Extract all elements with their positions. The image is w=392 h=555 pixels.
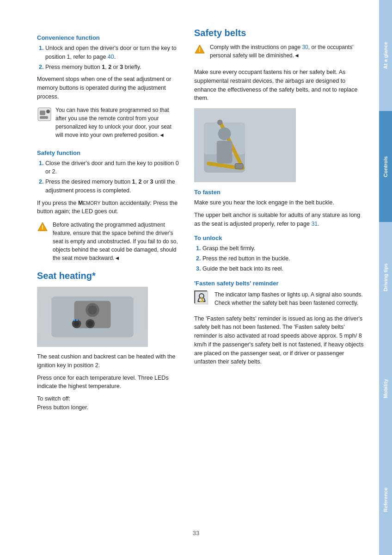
svg-point-26	[217, 120, 223, 125]
convenience-function-steps: Unlock and open the driver's door or tur…	[45, 44, 180, 71]
sidebar-tab-driving-label: Driving tips	[383, 264, 388, 292]
page-number: 33	[193, 530, 199, 536]
belt-reminder-box: The indicator lamp flashes or lights up.…	[194, 290, 365, 311]
switch-off-label: To switch off:Press button longer.	[37, 395, 180, 412]
svg-rect-25	[235, 164, 243, 169]
svg-point-17	[79, 319, 80, 321]
safety-warning-box: ! Before activating the programmed adjus…	[37, 221, 180, 266]
main-content: Convenience function Unlock and open the…	[0, 0, 379, 555]
warning-triangle-icon-2: !	[194, 44, 205, 55]
svg-text:!: !	[42, 224, 43, 231]
safety-function-steps: Close the driver's door and turn the key…	[45, 159, 180, 195]
sidebar-tab-controls[interactable]: Controls	[379, 111, 392, 222]
sidebar-tab-driving[interactable]: Driving tips	[379, 222, 392, 333]
svg-point-14	[87, 321, 93, 327]
seat-heating-image	[37, 287, 148, 347]
safety-belts-body-text: Make sure every occupant fastens his or …	[194, 68, 365, 103]
to-unlock-steps: Grasp the belt firmly. Press the red but…	[202, 244, 365, 273]
svg-point-27	[218, 127, 231, 140]
safety-step-1: Close the driver's door and turn the key…	[45, 159, 180, 177]
safety-belts-heading: Safety belts	[194, 28, 365, 38]
sidebar-tab-reference[interactable]: Reference	[379, 444, 392, 555]
safety-warning-text: Before activating the programmed adjustm…	[53, 221, 180, 262]
seat-heating-text-2: Press once for each temperature level. T…	[37, 374, 180, 391]
ref-link-31[interactable]: 31	[311, 221, 318, 227]
safety-belts-warning-text: Comply with the instructions on page 30,…	[210, 43, 365, 60]
sidebar: At a glance Controls Driving tips Mobili…	[379, 0, 392, 555]
svg-rect-2	[40, 116, 48, 119]
sidebar-tab-controls-label: Controls	[383, 156, 388, 177]
svg-point-10	[88, 305, 97, 314]
seat-note-icon	[37, 107, 52, 122]
movement-stops-text: Movement stops when one of the seat adju…	[37, 75, 180, 101]
convenience-function-heading: Convenience function	[37, 34, 180, 41]
safety-function-heading: Safety function	[37, 149, 180, 156]
sidebar-tab-reference-label: Reference	[383, 487, 388, 512]
convenience-note-box: You can have this feature programmed so …	[37, 106, 180, 143]
warning-triangle-icon: !	[37, 222, 48, 233]
switch-off-text: Press button longer.	[37, 404, 88, 411]
svg-rect-28	[217, 141, 233, 163]
svg-rect-1	[40, 111, 45, 115]
unlock-step-1: Grasp the belt firmly.	[202, 244, 365, 253]
sidebar-tab-at-glance[interactable]: At a glance	[379, 0, 392, 111]
svg-point-16	[76, 319, 78, 321]
svg-text:!: !	[199, 47, 201, 53]
belt-reminder-text: The indicator lamp flashes or lights up.…	[214, 290, 365, 307]
sidebar-tab-mobility-label: Mobility	[383, 379, 388, 398]
ref-link-40[interactable]: 40	[108, 54, 114, 60]
svg-point-13	[74, 321, 80, 327]
safety-step-2: Press the desired memory button 1, 2 or …	[45, 178, 180, 195]
belt-reminder-icon	[194, 290, 207, 303]
unlock-step-2: Press the red button in the buckle.	[202, 254, 365, 263]
convenience-step-1: Unlock and open the driver's door or tur…	[45, 44, 180, 62]
svg-point-3	[46, 110, 50, 113]
seatbelt-image	[194, 108, 296, 182]
safety-belts-warning-box: ! Comply with the instructions on page 3…	[194, 43, 365, 63]
convenience-step-2: Press memory button 1, 2 or 3 briefly.	[45, 63, 180, 72]
to-fasten-text-2: The upper belt anchor is suitable for ad…	[194, 211, 365, 228]
convenience-note-text: You can have this feature programmed so …	[55, 106, 180, 139]
fasten-reminder-heading: 'Fasten safety belts' reminder	[194, 280, 365, 287]
svg-point-15	[74, 319, 75, 321]
to-fasten-text-1: Make sure you hear the lock engage in th…	[194, 198, 365, 207]
to-fasten-heading: To fasten	[194, 189, 365, 196]
right-column: Safety belts ! Comply with the instructi…	[194, 28, 365, 527]
accidental-press-text: If you press the MEMORY button accidenta…	[37, 199, 180, 216]
sidebar-tab-mobility[interactable]: Mobility	[379, 333, 392, 444]
to-unlock-heading: To unlock	[194, 234, 365, 241]
sidebar-tab-at-glance-label: At a glance	[383, 42, 388, 69]
left-column: Convenience function Unlock and open the…	[37, 28, 180, 527]
unlock-step-3: Guide the belt back into its reel.	[202, 265, 365, 273]
belt-reminder-body: The 'Fasten safety belts' reminder is is…	[194, 314, 365, 367]
ref-link-30[interactable]: 30	[302, 44, 308, 50]
seat-heating-text-1: The seat cushion and backrest can be hea…	[37, 352, 180, 370]
page-wrapper: Convenience function Unlock and open the…	[0, 0, 392, 555]
seat-heating-heading: Seat heating*	[37, 271, 180, 281]
